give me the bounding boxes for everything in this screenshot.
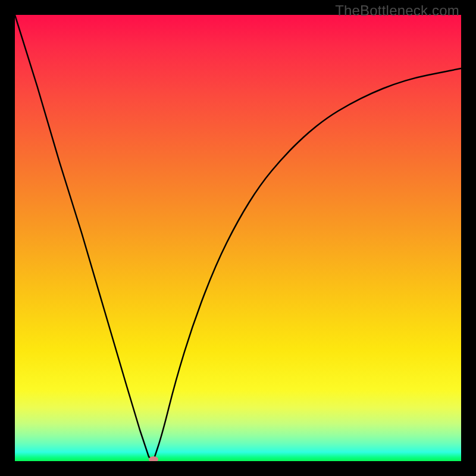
chart-frame: TheBottleneck.com bbox=[0, 0, 476, 476]
minimum-marker bbox=[149, 456, 158, 461]
bottleneck-curve bbox=[15, 15, 461, 461]
plot-area bbox=[15, 15, 461, 461]
watermark-text: TheBottleneck.com bbox=[335, 2, 459, 19]
